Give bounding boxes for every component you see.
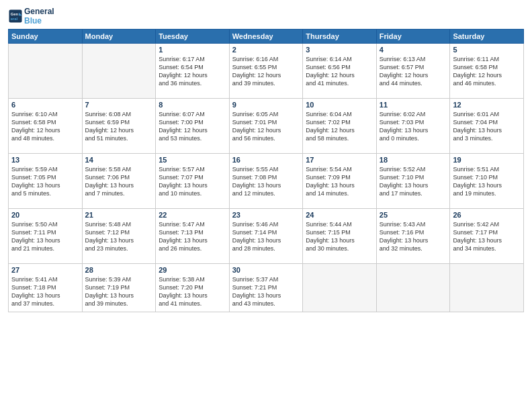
day-detail: Sunrise: 6:13 AM Sunset: 6:57 PM Dayligh… [380,55,447,88]
day-number: 29 [159,266,226,274]
day-number: 30 [232,266,300,274]
calendar-cell: 9Sunrise: 6:05 AM Sunset: 7:01 PM Daylig… [229,98,303,153]
day-number: 15 [159,156,226,164]
calendar-cell [450,263,524,312]
calendar-cell: 27Sunrise: 5:41 AM Sunset: 7:18 PM Dayli… [9,263,83,312]
day-detail: Sunrise: 5:42 AM Sunset: 7:17 PM Dayligh… [453,220,521,253]
day-detail: Sunrise: 5:39 AM Sunset: 7:19 PM Dayligh… [85,275,153,308]
calendar-cell: 13Sunrise: 5:59 AM Sunset: 7:05 PM Dayli… [9,153,83,208]
day-detail: Sunrise: 6:07 AM Sunset: 7:00 PM Dayligh… [159,110,226,143]
calendar-cell [82,43,156,98]
calendar-cell: 18Sunrise: 5:52 AM Sunset: 7:10 PM Dayli… [376,153,450,208]
week-row-1: 1Sunrise: 6:17 AM Sunset: 6:54 PM Daylig… [9,43,524,98]
calendar-cell: 19Sunrise: 5:51 AM Sunset: 7:10 PM Dayli… [450,153,524,208]
svg-text:Gen: Gen [11,13,19,17]
day-number: 25 [380,211,447,219]
day-number: 17 [306,156,373,164]
day-detail: Sunrise: 6:04 AM Sunset: 7:02 PM Dayligh… [306,110,373,143]
day-detail: Sunrise: 5:43 AM Sunset: 7:16 PM Dayligh… [380,220,447,253]
calendar-cell: 12Sunrise: 6:01 AM Sunset: 7:04 PM Dayli… [450,98,524,153]
calendar-cell: 16Sunrise: 5:55 AM Sunset: 7:08 PM Dayli… [229,153,303,208]
day-detail: Sunrise: 5:58 AM Sunset: 7:06 PM Dayligh… [85,165,153,198]
day-detail: Sunrise: 5:55 AM Sunset: 7:08 PM Dayligh… [232,165,300,198]
calendar-cell: 8Sunrise: 6:07 AM Sunset: 7:00 PM Daylig… [156,98,230,153]
logo-icon: Gen eral [8,9,23,24]
calendar-cell: 28Sunrise: 5:39 AM Sunset: 7:19 PM Dayli… [82,263,156,312]
day-number: 8 [159,101,226,109]
calendar-cell: 7Sunrise: 6:08 AM Sunset: 6:59 PM Daylig… [82,98,156,153]
weekday-header-thursday: Thursday [303,29,377,43]
day-number: 6 [11,101,79,109]
weekday-header-monday: Monday [82,29,156,43]
weekday-header-friday: Friday [376,29,450,43]
day-number: 13 [11,156,79,164]
calendar-cell: 14Sunrise: 5:58 AM Sunset: 7:06 PM Dayli… [82,153,156,208]
weekday-header-tuesday: Tuesday [156,29,230,43]
day-number: 28 [85,266,153,274]
page-container: Gen eral General Blue SundayMondayTuesda… [0,0,532,318]
day-detail: Sunrise: 5:54 AM Sunset: 7:09 PM Dayligh… [306,165,373,198]
day-detail: Sunrise: 5:47 AM Sunset: 7:13 PM Dayligh… [159,220,226,253]
day-number: 1 [159,46,226,54]
day-number: 4 [380,46,447,54]
calendar-cell: 21Sunrise: 5:48 AM Sunset: 7:12 PM Dayli… [82,208,156,263]
week-row-3: 13Sunrise: 5:59 AM Sunset: 7:05 PM Dayli… [9,153,524,208]
calendar-cell: 3Sunrise: 6:14 AM Sunset: 6:56 PM Daylig… [303,43,377,98]
day-number: 11 [380,101,447,109]
weekday-header-saturday: Saturday [450,29,524,43]
day-number: 24 [306,211,373,219]
day-detail: Sunrise: 5:38 AM Sunset: 7:20 PM Dayligh… [159,275,226,308]
day-number: 12 [453,101,521,109]
calendar-cell: 23Sunrise: 5:46 AM Sunset: 7:14 PM Dayli… [229,208,303,263]
day-number: 20 [11,211,79,219]
day-detail: Sunrise: 6:10 AM Sunset: 6:58 PM Dayligh… [11,110,79,143]
calendar-cell: 10Sunrise: 6:04 AM Sunset: 7:02 PM Dayli… [303,98,377,153]
day-detail: Sunrise: 6:17 AM Sunset: 6:54 PM Dayligh… [159,55,226,88]
day-detail: Sunrise: 5:51 AM Sunset: 7:10 PM Dayligh… [453,165,521,198]
day-number: 18 [380,156,447,164]
calendar-cell: 30Sunrise: 5:37 AM Sunset: 7:21 PM Dayli… [229,263,303,312]
calendar-cell: 15Sunrise: 5:57 AM Sunset: 7:07 PM Dayli… [156,153,230,208]
day-number: 23 [232,211,300,219]
day-number: 27 [11,266,79,274]
logo-text: General Blue [24,7,54,26]
calendar-cell: 20Sunrise: 5:50 AM Sunset: 7:11 PM Dayli… [9,208,83,263]
calendar-cell: 4Sunrise: 6:13 AM Sunset: 6:57 PM Daylig… [376,43,450,98]
day-detail: Sunrise: 6:14 AM Sunset: 6:56 PM Dayligh… [306,55,373,88]
calendar-table: SundayMondayTuesdayWednesdayThursdayFrid… [8,29,524,312]
weekday-header-row: SundayMondayTuesdayWednesdayThursdayFrid… [9,29,524,43]
calendar-cell [303,263,377,312]
day-detail: Sunrise: 6:11 AM Sunset: 6:58 PM Dayligh… [453,55,521,88]
calendar-cell: 17Sunrise: 5:54 AM Sunset: 7:09 PM Dayli… [303,153,377,208]
calendar-cell [9,43,83,98]
day-number: 16 [232,156,300,164]
calendar-cell: 1Sunrise: 6:17 AM Sunset: 6:54 PM Daylig… [156,43,230,98]
day-number: 9 [232,101,300,109]
day-number: 19 [453,156,521,164]
calendar-cell: 2Sunrise: 6:16 AM Sunset: 6:55 PM Daylig… [229,43,303,98]
header: Gen eral General Blue [8,7,524,26]
day-number: 7 [85,101,153,109]
day-detail: Sunrise: 6:16 AM Sunset: 6:55 PM Dayligh… [232,55,300,88]
calendar-cell: 29Sunrise: 5:38 AM Sunset: 7:20 PM Dayli… [156,263,230,312]
day-detail: Sunrise: 5:52 AM Sunset: 7:10 PM Dayligh… [380,165,447,198]
day-number: 21 [85,211,153,219]
calendar-cell: 24Sunrise: 5:44 AM Sunset: 7:15 PM Dayli… [303,208,377,263]
day-detail: Sunrise: 5:57 AM Sunset: 7:07 PM Dayligh… [159,165,226,198]
week-row-2: 6Sunrise: 6:10 AM Sunset: 6:58 PM Daylig… [9,98,524,153]
day-number: 10 [306,101,373,109]
day-number: 2 [232,46,300,54]
day-detail: Sunrise: 5:44 AM Sunset: 7:15 PM Dayligh… [306,220,373,253]
day-detail: Sunrise: 5:41 AM Sunset: 7:18 PM Dayligh… [11,275,79,308]
day-detail: Sunrise: 5:37 AM Sunset: 7:21 PM Dayligh… [232,275,300,308]
calendar-cell: 22Sunrise: 5:47 AM Sunset: 7:13 PM Dayli… [156,208,230,263]
day-number: 5 [453,46,521,54]
day-detail: Sunrise: 5:59 AM Sunset: 7:05 PM Dayligh… [11,165,79,198]
day-detail: Sunrise: 6:01 AM Sunset: 7:04 PM Dayligh… [453,110,521,143]
calendar-cell: 11Sunrise: 6:02 AM Sunset: 7:03 PM Dayli… [376,98,450,153]
calendar-cell: 25Sunrise: 5:43 AM Sunset: 7:16 PM Dayli… [376,208,450,263]
day-number: 3 [306,46,373,54]
logo: Gen eral General Blue [8,7,54,26]
svg-text:eral: eral [11,17,18,21]
calendar-cell [376,263,450,312]
